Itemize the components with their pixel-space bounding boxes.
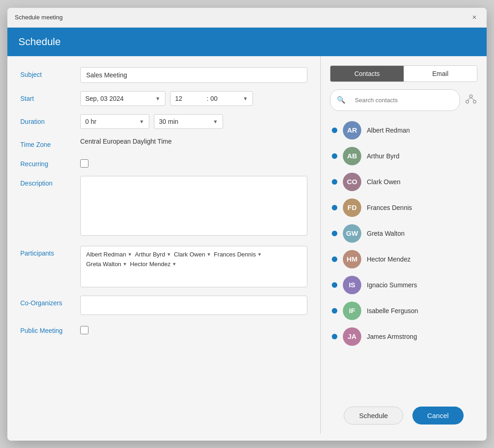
schedule-dialog: Schedule meeting × Schedule Subject Star… (7, 8, 487, 441)
duration-min-select[interactable]: 30 min ▼ (154, 114, 223, 129)
tab-contacts[interactable]: Contacts (330, 66, 404, 81)
contact-item[interactable]: JA James Armstrong (330, 324, 477, 349)
contact-name: James Armstrong (367, 333, 417, 340)
subject-control (80, 67, 307, 83)
contact-item[interactable]: IF Isabelle Ferguson (330, 298, 477, 324)
contact-item[interactable]: HM Hector Mendez (330, 246, 477, 272)
search-icon: 🔍 (337, 96, 346, 104)
duration-control: 0 hr ▼ 30 min ▼ (80, 114, 307, 129)
contact-item[interactable]: FD Frances Dennis (330, 195, 477, 221)
participant-tag[interactable]: Hector Mendez ▼ (130, 261, 176, 268)
start-date-value: Sep, 03 2024 (85, 95, 153, 102)
content-area: Subject Start Sep, 03 2024 ▼ 12 (7, 56, 487, 434)
contact-item[interactable]: GW Greta Walton (330, 221, 477, 246)
contact-name: Clark Owen (367, 178, 400, 186)
time-chevron-icon: ▼ (243, 96, 248, 101)
co-organizers-row: Co-Organizers (20, 296, 307, 315)
description-row: Description (20, 176, 307, 238)
timezone-control: Central European Daylight Time (80, 137, 307, 145)
co-organizers-box[interactable] (80, 296, 307, 315)
date-chevron-icon: ▼ (155, 96, 160, 101)
duration-label: Duration (20, 114, 80, 125)
online-indicator (332, 128, 337, 133)
contact-item[interactable]: AB Arthur Byrd (330, 143, 477, 169)
close-button[interactable]: × (470, 12, 479, 23)
participant-tag[interactable]: Frances Dennis ▼ (214, 251, 262, 258)
avatar: HM (343, 250, 361, 268)
time-separator: : (205, 95, 211, 102)
contact-item[interactable]: AR Albert Redman (330, 117, 477, 143)
contact-name: Albert Redman (367, 127, 410, 134)
ptag-chevron-icon: ▼ (166, 252, 171, 257)
start-date-select[interactable]: Sep, 03 2024 ▼ (80, 91, 165, 106)
online-indicator (332, 308, 337, 314)
ptag-chevron-icon: ▼ (257, 252, 262, 257)
subject-label: Subject (20, 67, 80, 78)
avatar: AR (343, 121, 361, 140)
duration-min-value: 30 min (159, 118, 210, 125)
left-panel: Subject Start Sep, 03 2024 ▼ 12 (7, 56, 321, 434)
start-row: Start Sep, 03 2024 ▼ 12 : 00 ▼ (20, 91, 307, 106)
co-organizers-control (80, 296, 307, 315)
title-bar: Schedule meeting × (7, 8, 487, 28)
participant-tag[interactable]: Greta Walton ▼ (86, 261, 127, 268)
start-hour-value: 12 (175, 95, 205, 102)
ptag-chevron-icon: ▼ (206, 252, 211, 257)
start-min-value: 00 (211, 95, 241, 102)
contact-name: Hector Mendez (367, 256, 411, 263)
timezone-value: Central European Daylight Time (80, 134, 171, 145)
participant-tag[interactable]: Albert Redman ▼ (86, 251, 132, 258)
contact-tabs: Contacts Email (330, 65, 477, 82)
search-input[interactable] (349, 93, 453, 107)
ptag-chevron-icon: ▼ (123, 262, 127, 267)
right-panel: Contacts Email 🔍 (321, 56, 487, 434)
svg-point-2 (473, 100, 476, 103)
ptag-chevron-icon: ▼ (128, 252, 132, 257)
public-meeting-label: Public Meeting (20, 323, 80, 334)
avatar: AB (343, 147, 361, 165)
timezone-label: Time Zone (20, 137, 80, 148)
svg-line-4 (471, 98, 475, 100)
participant-tags: Albert Redman ▼ Arthur Byrd ▼ Clark Owen… (86, 251, 301, 268)
network-icon[interactable] (465, 93, 477, 108)
participants-control: Albert Redman ▼ Arthur Byrd ▼ Clark Owen… (80, 246, 307, 287)
avatar: GW (343, 224, 361, 243)
participants-box: Albert Redman ▼ Arthur Byrd ▼ Clark Owen… (80, 246, 307, 287)
recurring-label: Recurring (20, 157, 80, 168)
online-indicator (332, 153, 337, 159)
duration-hr-select[interactable]: 0 hr ▼ (80, 114, 149, 129)
public-meeting-row: Public Meeting (20, 323, 307, 334)
contact-item[interactable]: IS Ignacio Summers (330, 272, 477, 298)
schedule-button[interactable]: Schedule (344, 407, 403, 425)
timezone-row: Time Zone Central European Daylight Time (20, 137, 307, 148)
description-label: Description (20, 176, 80, 187)
start-control: Sep, 03 2024 ▼ 12 : 00 ▼ (80, 91, 307, 106)
public-meeting-checkbox[interactable] (80, 326, 88, 334)
cancel-button[interactable]: Cancel (412, 407, 464, 425)
description-input[interactable] (80, 176, 307, 236)
svg-point-1 (466, 100, 469, 103)
contact-name: Arthur Byrd (367, 152, 400, 160)
search-input-wrap: 🔍 (330, 89, 460, 111)
recurring-row: Recurring (20, 157, 307, 168)
participants-label: Participants (20, 246, 80, 257)
tab-email[interactable]: Email (404, 66, 477, 81)
participant-tag[interactable]: Clark Owen ▼ (174, 251, 211, 258)
avatar: CO (343, 173, 361, 191)
online-indicator (332, 282, 337, 288)
subject-row: Subject (20, 67, 307, 83)
subject-input[interactable] (80, 67, 307, 83)
header-bar: Schedule (7, 28, 487, 56)
recurring-checkbox[interactable] (80, 159, 88, 168)
contact-name: Ignacio Summers (367, 281, 417, 289)
avatar: IF (343, 302, 361, 320)
dialog-title: Schedule meeting (15, 14, 63, 21)
avatar: IS (343, 276, 361, 294)
start-time-select[interactable]: 12 : 00 ▼ (170, 91, 253, 106)
search-row: 🔍 (330, 89, 477, 111)
online-indicator (332, 256, 337, 262)
contact-item[interactable]: CO Clark Owen (330, 169, 477, 195)
duration-hr-value: 0 hr (85, 118, 136, 125)
svg-point-0 (470, 95, 472, 98)
participant-tag[interactable]: Arthur Byrd ▼ (135, 251, 171, 258)
